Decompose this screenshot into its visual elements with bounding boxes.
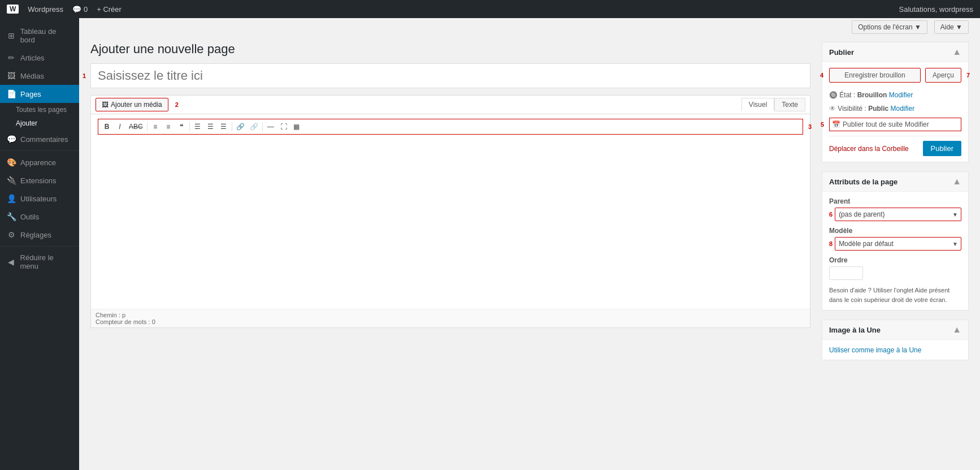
toolbar-more[interactable]: —	[264, 121, 277, 132]
toolbar-list-ol[interactable]: ≡	[162, 121, 175, 132]
trash-link[interactable]: Déplacer dans la Corbeille	[829, 145, 909, 153]
save-draft-button[interactable]: Enregistrer brouillon	[829, 68, 921, 83]
publish-date-row: 5 📅 Publier tout de suite Modifier	[829, 118, 961, 131]
parent-select[interactable]: (pas de parent)	[835, 208, 961, 221]
image-une-toggle[interactable]: ▲	[952, 325, 961, 335]
content-topbar: Options de l'écran ▼ Aide ▼	[79, 18, 980, 36]
sidebar-item-label: Extensions	[20, 176, 57, 185]
publish-status-row: 🔘 État : Brouillon Modifier	[829, 88, 961, 102]
submenu-label: Toutes les pages	[16, 106, 67, 114]
sidebar-item-medias[interactable]: 🖼 Médias	[0, 67, 79, 85]
publish-button[interactable]: Publier	[923, 141, 961, 156]
toolbar-quote[interactable]: ❝	[175, 121, 188, 132]
model-field-row: 8 Modèle par défaut ▼	[829, 237, 961, 251]
annotation-5: 5	[821, 121, 824, 128]
toolbar-table[interactable]: ▦	[290, 121, 303, 132]
sidebar-item-articles[interactable]: ✏ Articles	[0, 49, 79, 67]
submenu-add-page[interactable]: Ajouter	[0, 117, 79, 130]
wp-logo[interactable]: W	[7, 5, 19, 14]
toolbar-italic[interactable]: I	[114, 121, 126, 132]
sidebar-item-reduce[interactable]: ◀ Réduire le menu	[0, 249, 79, 275]
visibility-value: Public	[868, 105, 888, 113]
model-label: Modèle	[829, 227, 961, 235]
status-modify-link[interactable]: Modifier	[889, 91, 913, 99]
toolbar-align-right[interactable]: ☰	[218, 121, 230, 132]
help-label: Aide ▼	[940, 23, 962, 31]
publish-date-modify-link[interactable]: Modifier	[905, 120, 929, 128]
articles-icon: ✏	[7, 53, 16, 62]
toolbar-strikethrough[interactable]: ABC	[127, 121, 145, 132]
submenu-label: Ajouter	[16, 119, 37, 127]
page-attributes-metabox: Attributs de la page ▲ Parent 6 (pas d	[822, 171, 969, 311]
editor-format-toolbar: 3 B I ABC ≡ ≡ ❝ ☰ ☰ ☰	[98, 119, 803, 135]
toolbar-align-left[interactable]: ☰	[192, 121, 204, 132]
publish-row: Déplacer dans la Corbeille Publier	[829, 136, 961, 156]
sidebar-item-appearance[interactable]: 🎨 Apparence	[0, 153, 79, 171]
create-link[interactable]: + Créer	[97, 5, 122, 14]
wp-wrap: ⊞ Tableau de bord ✏ Articles 🖼 Médias 📄 …	[0, 18, 980, 470]
tab-visual[interactable]: Visuel	[741, 98, 774, 111]
image-une-body: Utiliser comme image à la Une	[822, 340, 968, 360]
status-value: Brouillon	[857, 91, 887, 99]
add-media-label: Ajouter un média	[111, 101, 162, 109]
toolbar-link[interactable]: 🔗	[234, 121, 247, 132]
sidebar-item-label: Utilisateurs	[20, 195, 57, 203]
toolbar-list-ul[interactable]: ≡	[149, 121, 162, 132]
status-icon: 🔘	[829, 91, 838, 99]
add-media-icon: 🖼	[102, 101, 109, 109]
sidebar-item-extensions[interactable]: 🔌 Extensions	[0, 171, 79, 189]
annotation-6: 6	[829, 211, 832, 218]
image-une-link[interactable]: Utiliser comme image à la Une	[829, 346, 921, 354]
right-sidebar: Publier ▲ 4 Enregistrer brouillon 7 Aper…	[822, 42, 969, 459]
sidebar-item-users[interactable]: 👤 Utilisateurs	[0, 189, 79, 208]
help-button[interactable]: Aide ▼	[934, 20, 969, 34]
editor-footer: Chemin : p Compteur de mots : 0	[91, 309, 810, 327]
users-icon: 👤	[7, 194, 16, 203]
visibility-modify-link[interactable]: Modifier	[891, 105, 915, 113]
editor-word-count: Compteur de mots : 0	[96, 318, 805, 325]
editor-mode-tabs: Visuel Texte	[741, 98, 805, 111]
submenu-all-pages[interactable]: Toutes les pages	[0, 103, 79, 117]
publish-date-label: Publier tout de suite	[843, 120, 903, 128]
tools-icon: 🔧	[7, 212, 16, 221]
post-title-input[interactable]	[90, 63, 810, 88]
site-name-link[interactable]: Wordpress	[28, 5, 63, 14]
sidebar-item-label: Médias	[20, 72, 44, 80]
annotation-2: 2	[175, 101, 179, 108]
comments-link[interactable]: 💬 0	[72, 5, 88, 14]
tab-text-label: Texte	[782, 101, 798, 109]
toolbar-sep-1	[147, 122, 148, 131]
toolbar-fullscreen[interactable]: ⛶	[277, 121, 290, 132]
image-une-metabox: Image à la Une ▲ Utiliser comme image à …	[822, 320, 969, 360]
publish-toggle[interactable]: ▲	[952, 47, 961, 57]
add-media-button[interactable]: 🖼 Ajouter un média	[96, 98, 168, 111]
media-icon: 🖼	[7, 71, 16, 80]
page-heading: Ajouter une nouvelle page	[90, 42, 810, 57]
screen-options-button[interactable]: Options de l'écran ▼	[852, 20, 927, 34]
toolbar-align-center[interactable]: ☰	[205, 121, 217, 132]
order-input[interactable]: 0	[829, 266, 863, 280]
menu-separator	[0, 150, 79, 151]
model-select-wrapper: Modèle par défaut ▼	[835, 237, 961, 251]
page-attributes-toggle[interactable]: ▲	[952, 176, 961, 187]
model-select[interactable]: Modèle par défaut	[835, 237, 961, 251]
annotation-7: 7	[966, 72, 970, 79]
toolbar-unlink[interactable]: 🔗	[248, 121, 261, 132]
sidebar-item-pages[interactable]: 📄 Pages	[0, 85, 79, 103]
annotation-1: 1	[83, 72, 86, 79]
sidebar-item-tools[interactable]: 🔧 Outils	[0, 208, 79, 226]
annotation-3: 3	[808, 123, 812, 130]
preview-button[interactable]: 7 Aperçu	[925, 68, 961, 83]
sidebar-item-settings[interactable]: ⚙ Réglages	[0, 226, 79, 244]
sidebar-item-dashboard[interactable]: ⊞ Tableau de bord	[0, 23, 79, 49]
publish-visibility-row: 👁 Visibilité : Public Modifier	[829, 102, 961, 115]
editor-toolbar-top: 🖼 Ajouter un média 2 Visuel Texte	[91, 96, 810, 114]
tab-text[interactable]: Texte	[774, 98, 805, 111]
comments-count: 0	[84, 5, 88, 14]
sidebar-item-comments[interactable]: 💬 Commentaires	[0, 130, 79, 148]
page-attributes-title: Attributs de la page	[829, 178, 897, 186]
toolbar-bold[interactable]: B	[101, 121, 113, 132]
editor-content-area[interactable]	[91, 139, 810, 309]
title-wrapper: 1	[90, 63, 810, 88]
sidebar-item-label: Commentaires	[20, 135, 68, 144]
